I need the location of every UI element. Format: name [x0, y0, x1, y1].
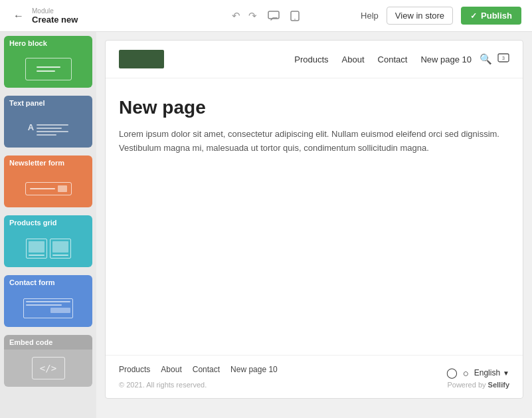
- embed-code-preview: </>: [4, 350, 92, 387]
- cf-line-1: [26, 301, 70, 302]
- text-panel-row: A: [28, 123, 68, 136]
- preview-area: Products About Contact New page 10 🔍 3: [96, 32, 532, 418]
- sidebar-item-embed-code[interactable]: Embed code </>: [4, 335, 92, 387]
- page-nav-about[interactable]: About: [342, 54, 365, 64]
- newsletter-icon: [25, 182, 72, 195]
- search-icon[interactable]: 🔍: [480, 53, 492, 65]
- facebook-icon[interactable]: ◯: [446, 367, 458, 379]
- footer-powered-by: Powered by Sellify: [447, 381, 509, 389]
- grid-card-line-1: [29, 255, 44, 256]
- footer-nav: Products About Contact New page 10: [119, 365, 278, 374]
- hero-line-1: [37, 66, 60, 68]
- page-header: Products About Contact New page 10 🔍 3: [106, 41, 523, 78]
- grid-card-1: [26, 239, 47, 259]
- text-panel-a: A: [28, 123, 34, 132]
- page-nav-contact[interactable]: Contact: [378, 54, 408, 64]
- comment-icon: [268, 11, 280, 21]
- products-grid-label: Products grid: [4, 215, 92, 230]
- contact-form-preview: [4, 290, 92, 327]
- footer-nav-row: Products About Contact New page 10 ◯ ○ E…: [119, 365, 509, 381]
- chevron-down-icon: ▼: [503, 369, 509, 377]
- cart-icon-badge[interactable]: 3: [497, 53, 509, 66]
- svg-point-2: [295, 19, 296, 20]
- sidebar-item-products-grid[interactable]: Products grid: [4, 215, 92, 267]
- hero-block-icon: [25, 58, 72, 80]
- device-button[interactable]: [288, 8, 302, 24]
- cf-btn: [50, 308, 70, 313]
- back-button[interactable]: ←: [11, 8, 27, 24]
- module-label: Module: [32, 7, 78, 15]
- contact-form-label: Contact form: [4, 275, 92, 290]
- cart-icon: 3: [497, 53, 509, 64]
- undo-button[interactable]: ↶: [229, 7, 243, 25]
- hero-line-2: [37, 70, 55, 72]
- sidebar-item-contact-form[interactable]: Contact form: [4, 275, 92, 327]
- text-panel-preview: A: [4, 110, 92, 148]
- hero-block-preview: [4, 51, 92, 88]
- device-icon: [290, 11, 300, 21]
- hero-block-label: Hero block: [4, 36, 92, 51]
- text-line-3: [37, 131, 68, 132]
- products-grid-preview: [4, 230, 92, 267]
- newsletter-label: Newsletter form: [4, 156, 92, 170]
- text-line-4: [37, 134, 56, 136]
- footer-bottom: © 2021. All rights reserved. Powered by …: [119, 381, 509, 389]
- comment-button[interactable]: [265, 8, 282, 24]
- cf-line-2: [26, 304, 62, 306]
- page-nav-newpage[interactable]: New page 10: [420, 54, 472, 64]
- contact-form-icon: [23, 298, 73, 318]
- page-body-text: Lorem ipsum dolor sit amet, consectetur …: [119, 128, 504, 156]
- sidebar-item-newsletter-form[interactable]: Newsletter form: [4, 156, 92, 207]
- text-line-2: [37, 128, 62, 129]
- embed-brackets-icon: </>: [40, 363, 56, 373]
- page-nav: Products About Contact New page 10: [294, 54, 472, 64]
- footer-copyright: © 2021. All rights reserved.: [119, 381, 207, 389]
- module-info: Module Create new: [32, 7, 78, 25]
- grid-card-img-2: [52, 241, 68, 253]
- page-nav-icons: 🔍 3: [480, 53, 509, 66]
- nl-line: [30, 188, 55, 189]
- page-footer: Products About Contact New page 10 ◯ ○ E…: [106, 355, 523, 398]
- topbar-left: ← Module Create new: [11, 7, 181, 25]
- grid-card-img-1: [29, 241, 44, 253]
- redo-button[interactable]: ↷: [246, 7, 260, 25]
- undo-redo-group: ↶ ↷: [229, 7, 260, 25]
- sidebar: Hero block Text panel A: [0, 32, 96, 418]
- footer-nav-about[interactable]: About: [161, 365, 181, 374]
- footer-language-selector[interactable]: English ▼: [474, 368, 509, 377]
- text-line-1: [37, 124, 68, 126]
- text-panel-lines: [37, 124, 68, 136]
- page-logo: [119, 50, 164, 68]
- cart-count-text: 3: [502, 56, 505, 60]
- view-in-store-button[interactable]: View in store: [387, 7, 453, 25]
- products-grid-icon: [26, 239, 71, 259]
- publish-label: Publish: [481, 11, 512, 21]
- topbar-right: Help View in store ✓ Publish: [351, 7, 521, 25]
- sidebar-item-text-panel[interactable]: Text panel A: [4, 96, 92, 148]
- footer-nav-contact[interactable]: Contact: [193, 365, 220, 374]
- page-frame: Products About Contact New page 10 🔍 3: [105, 40, 523, 399]
- grid-card-line-2: [52, 255, 68, 256]
- footer-nav-newpage[interactable]: New page 10: [230, 365, 278, 374]
- publish-button[interactable]: ✓ Publish: [461, 7, 521, 25]
- footer-nav-products[interactable]: Products: [119, 365, 150, 374]
- page-nav-products[interactable]: Products: [294, 54, 328, 64]
- module-title: Create new: [32, 15, 78, 25]
- main-content: Hero block Text panel A: [0, 32, 532, 418]
- text-panel-icon: A: [25, 120, 71, 138]
- instagram-icon[interactable]: ○: [463, 367, 469, 379]
- page-title: New page: [119, 97, 509, 118]
- help-link[interactable]: Help: [361, 11, 379, 21]
- embed-code-icon: </>: [32, 357, 65, 379]
- newsletter-preview: [4, 170, 92, 207]
- nl-btn: [58, 185, 67, 192]
- publish-check-icon: ✓: [470, 11, 477, 21]
- sidebar-item-hero-block[interactable]: Hero block: [4, 36, 92, 88]
- footer-brand: Sellify: [488, 381, 509, 389]
- grid-card-2: [50, 239, 71, 259]
- footer-social: ◯ ○ English ▼: [446, 367, 509, 379]
- topbar-center: ↶ ↷: [181, 7, 351, 25]
- footer-language-label: English: [474, 368, 500, 377]
- text-panel-label: Text panel: [4, 96, 92, 110]
- embed-code-label: Embed code: [4, 335, 92, 350]
